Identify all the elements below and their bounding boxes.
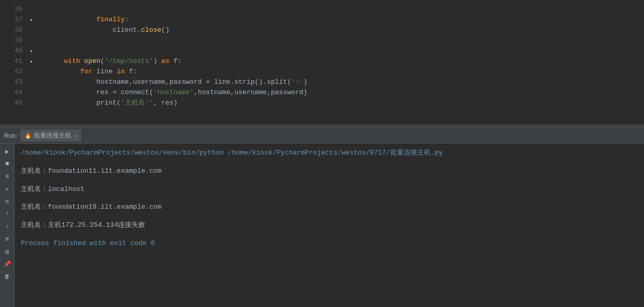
output-empty-2 bbox=[21, 178, 638, 184]
run-side-buttons: ▶ ■ ⏸ ↺ ⊟ ↑ ↓ ⊞ 🖨 📌 🗑 bbox=[0, 144, 15, 307]
fold-gutter: ▾ ▾ ▾ bbox=[27, 0, 35, 125]
code-line-39 bbox=[40, 35, 644, 46]
rerun-button[interactable]: ↺ bbox=[2, 183, 13, 195]
scroll-down-button[interactable]: ↓ bbox=[2, 221, 13, 232]
output-empty-5 bbox=[21, 232, 638, 238]
output-finish-line: Process finished with exit code 0 bbox=[21, 238, 638, 249]
layout-button[interactable]: ⊟ bbox=[2, 196, 13, 207]
line-numbers: 36 37 38 39 40 41 42 43 44 45 bbox=[0, 0, 27, 125]
output-empty-1 bbox=[21, 160, 638, 166]
output-host1: 主机名：foundation11.ilt.example.com bbox=[21, 166, 638, 177]
output-empty-3 bbox=[21, 196, 638, 202]
code-line-40: with open('/tmp/hosts') as f: bbox=[40, 46, 644, 56]
wrap-button[interactable]: ⊞ bbox=[2, 233, 13, 245]
output-host4-error: 主机名：主机172.25.254.134连接失败 bbox=[21, 220, 638, 231]
output-host2: 主机名：localhost bbox=[21, 184, 638, 195]
run-output: /home/kiosk/PycharmProjects/westos/venv/… bbox=[15, 144, 644, 307]
run-tab[interactable]: 🔥 批量连接主机 × bbox=[20, 130, 81, 142]
clear-button[interactable]: 🗑 bbox=[2, 271, 13, 282]
run-label: Run: bbox=[4, 132, 17, 139]
pause-button[interactable]: ⏸ bbox=[2, 171, 13, 182]
run-body: ▶ ■ ⏸ ↺ ⊟ ↑ ↓ ⊞ 🖨 📌 🗑 /home/kiosk/Pychar… bbox=[0, 144, 644, 307]
run-tab-name: 批量连接主机 bbox=[34, 131, 71, 140]
code-line-37: client.close() bbox=[40, 15, 644, 25]
code-content[interactable]: finally: client.close() with open('/tmp/… bbox=[35, 0, 644, 125]
run-toolbar: Run: 🔥 批量连接主机 × bbox=[0, 128, 644, 144]
play-button[interactable]: ▶ bbox=[2, 146, 13, 157]
output-host3: 主机名：foundation19.ilt.example.com bbox=[21, 202, 638, 213]
print-button[interactable]: 🖨 bbox=[2, 246, 13, 257]
pin-button[interactable]: 📌 bbox=[2, 258, 13, 270]
close-tab-button[interactable]: × bbox=[73, 133, 76, 139]
code-editor: 36 37 38 39 40 41 42 43 44 45 ▾ ▾ ▾ fina… bbox=[0, 0, 644, 125]
stop-button[interactable]: ■ bbox=[2, 158, 13, 170]
scroll-up-button[interactable]: ↑ bbox=[2, 208, 13, 220]
run-panel: Run: 🔥 批量连接主机 × ▶ ■ ⏸ ↺ ⊟ ↑ ↓ ⊞ 🖨 📌 🗑 /h… bbox=[0, 128, 644, 307]
code-line-36: finally: bbox=[40, 4, 644, 15]
run-tab-icon: 🔥 bbox=[24, 132, 32, 139]
output-path-line: /home/kiosk/PycharmProjects/westos/venv/… bbox=[21, 148, 638, 159]
output-empty-4 bbox=[21, 214, 638, 220]
